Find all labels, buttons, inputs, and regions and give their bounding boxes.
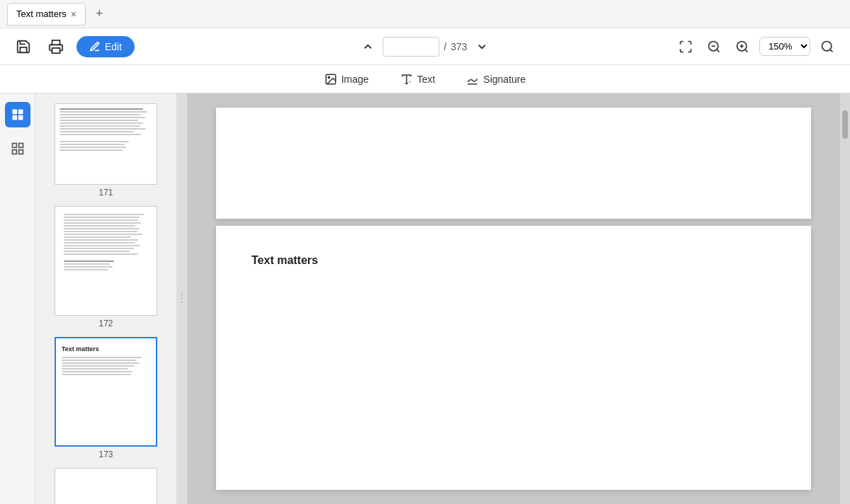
toolbar-right: 50% 75% 100% 125% 150% 200% bbox=[674, 35, 839, 58]
main-toolbar: Edit 173 / 373 bbox=[0, 28, 850, 65]
text-tool-button[interactable]: + Text bbox=[393, 70, 443, 88]
svg-line-5 bbox=[745, 49, 748, 52]
thumb-172-label: 172 bbox=[98, 319, 113, 328]
page-navigation: 173 / 373 bbox=[357, 36, 492, 57]
svg-rect-15 bbox=[12, 110, 17, 115]
thumb-173-label: 173 bbox=[98, 449, 113, 459]
print-button[interactable] bbox=[44, 35, 68, 59]
canvas-area: Text matters bbox=[187, 93, 840, 504]
image-tool-label: Image bbox=[341, 74, 369, 85]
svg-point-8 bbox=[822, 41, 832, 50]
svg-rect-21 bbox=[12, 150, 16, 154]
svg-rect-18 bbox=[18, 115, 23, 120]
scroll-thumb[interactable] bbox=[842, 110, 848, 139]
next-page-button[interactable] bbox=[472, 36, 493, 57]
signature-tool-label: Signature bbox=[483, 74, 526, 85]
fullscreen-button[interactable] bbox=[674, 35, 697, 58]
zoom-select[interactable]: 50% 75% 100% 125% 150% 200% bbox=[759, 37, 810, 56]
new-tab-button[interactable]: + bbox=[91, 5, 108, 23]
document-tab[interactable]: Text matters × bbox=[7, 3, 86, 25]
thumb-171-label: 171 bbox=[98, 188, 113, 197]
thumb-171[interactable]: 171 bbox=[35, 99, 176, 202]
text-tool-label: Text bbox=[417, 74, 436, 85]
edit-button[interactable]: Edit bbox=[76, 36, 135, 57]
edit-toolbar: Image + Text Signature bbox=[0, 65, 850, 93]
titlebar: Text matters × + bbox=[0, 0, 850, 28]
tab-label: Text matters bbox=[16, 8, 67, 19]
page-173-canvas: Text matters bbox=[216, 226, 811, 490]
svg-rect-17 bbox=[12, 115, 17, 120]
panel-resize-handle[interactable]: ⋮ bbox=[177, 93, 187, 504]
sidebar-pages-button[interactable] bbox=[5, 102, 30, 127]
page-172-canvas bbox=[216, 108, 811, 219]
svg-rect-22 bbox=[18, 150, 23, 154]
image-tool-button[interactable]: Image bbox=[317, 70, 376, 88]
thumb-172[interactable]: 172 bbox=[35, 202, 176, 333]
page-173-title: Text matters bbox=[251, 254, 776, 267]
zoom-in-button[interactable] bbox=[731, 35, 754, 58]
search-button[interactable] bbox=[816, 35, 839, 58]
page-number-input[interactable]: 173 bbox=[382, 37, 439, 57]
thumb-173[interactable]: Text matters 173 bbox=[35, 333, 176, 464]
thumbnail-panel: 171 bbox=[35, 93, 177, 504]
signature-tool-button[interactable]: Signature bbox=[459, 70, 533, 88]
svg-line-2 bbox=[717, 49, 720, 52]
zoom-out-button[interactable] bbox=[703, 35, 725, 58]
main-layout: 171 bbox=[0, 93, 850, 504]
svg-rect-0 bbox=[52, 47, 60, 52]
svg-rect-19 bbox=[12, 144, 16, 148]
edit-label: Edit bbox=[105, 41, 122, 52]
svg-point-11 bbox=[328, 76, 329, 78]
right-scrollbar[interactable] bbox=[840, 93, 850, 504]
svg-rect-20 bbox=[18, 144, 23, 148]
svg-text:+: + bbox=[409, 79, 412, 83]
save-button[interactable] bbox=[11, 35, 35, 59]
svg-line-9 bbox=[830, 49, 833, 52]
page-total: 373 bbox=[450, 41, 467, 52]
svg-rect-16 bbox=[18, 110, 23, 115]
sidebar-icons bbox=[0, 93, 35, 504]
thumb-174[interactable]: 174 bbox=[35, 464, 176, 504]
tab-close-icon[interactable]: × bbox=[71, 9, 76, 19]
toolbar-left: Edit bbox=[11, 35, 135, 59]
prev-page-button[interactable] bbox=[357, 36, 378, 57]
page-separator: / bbox=[443, 41, 446, 52]
sidebar-grid-button[interactable] bbox=[5, 136, 30, 161]
thumb-173-title: Text matters bbox=[62, 345, 150, 353]
